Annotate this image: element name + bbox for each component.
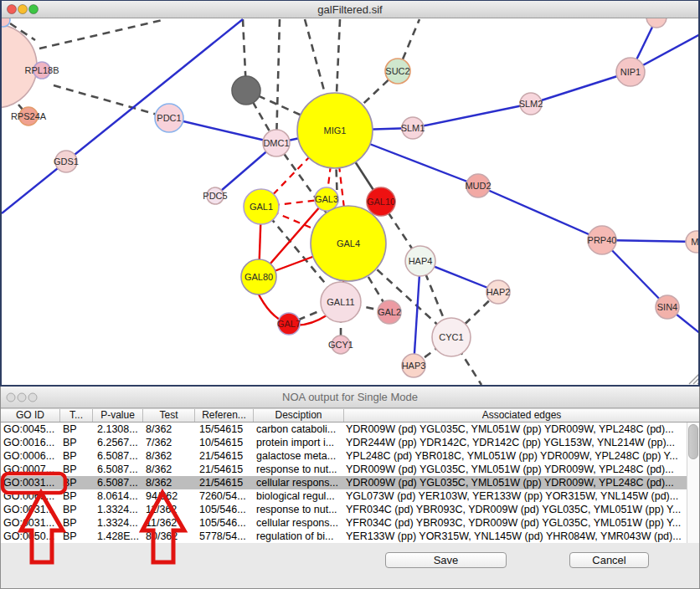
- zoom-button-icon[interactable]: [28, 393, 37, 402]
- table-row-selected[interactable]: GO:0031...BP6.5087...8/36221/54615cellul…: [1, 476, 699, 489]
- node-label: HAP3: [402, 361, 426, 371]
- cell-p-value: 6.5087...: [93, 449, 143, 463]
- edge[interactable]: [478, 186, 602, 240]
- cell-reference: 21/54615: [195, 476, 254, 489]
- cell-p-value: 8.0614...: [93, 489, 143, 503]
- table-row[interactable]: GO:0031...BP1.3324...11/362105/546...res…: [1, 503, 699, 516]
- column-header-type[interactable]: T...: [60, 409, 93, 422]
- cell-desciption: galactose meta...: [254, 449, 344, 463]
- node-label: NIP1: [620, 67, 641, 77]
- button-panel: Save Cancel: [1, 543, 699, 588]
- cancel-button[interactable]: Cancel: [569, 552, 649, 568]
- table-row[interactable]: GO:0007...BP6.5087...8/36221/54615respon…: [1, 463, 699, 476]
- table-row[interactable]: GO:0050...BP1.428E...80/3625778/54...reg…: [1, 530, 699, 543]
- cell-go-id: GO:0031...: [1, 503, 60, 516]
- node-label: GAL80: [244, 272, 273, 282]
- column-header-test[interactable]: Test: [143, 409, 195, 422]
- cell-test: 94/362: [143, 489, 195, 503]
- close-button-icon[interactable]: [7, 393, 15, 402]
- cell-desciption: protein import i...: [254, 436, 344, 449]
- node-label: MUD2: [465, 181, 491, 191]
- cell-desciption: regulation of bi...: [254, 530, 344, 543]
- cell-associated-edges: YFR034C (pd) YBR093C, YDR009W (pd) YGL03…: [344, 503, 699, 516]
- noa-window-title: NOA output for Single Mode: [282, 391, 418, 403]
- cell-desciption: response to nut...: [254, 463, 344, 476]
- cell-p-value: 1.3324...: [93, 503, 143, 516]
- node-label: SIN4: [657, 302, 677, 312]
- node-label: CYC1: [439, 332, 463, 342]
- cell-type: BP: [60, 503, 93, 516]
- edge[interactable]: [276, 19, 280, 143]
- close-button-icon[interactable]: [8, 5, 17, 14]
- node-unlabeled-dark[interactable]: [232, 76, 260, 105]
- cell-associated-edges: YDR244W (pp) YDR142C, YDR142C (pp) YGL15…: [344, 436, 699, 449]
- inactive-traffic-lights: [4, 392, 44, 405]
- node-label: RPS24A: [11, 111, 47, 121]
- cell-test: 80/362: [143, 530, 195, 543]
- cell-type: BP: [60, 530, 93, 543]
- cell-p-value: 6.5087...: [93, 476, 143, 489]
- cell-reference: 21/54615: [195, 449, 254, 463]
- edge[interactable]: [531, 72, 631, 104]
- column-header-reference[interactable]: Referen...: [195, 409, 254, 422]
- cell-p-value: 1.3324...: [93, 516, 143, 530]
- cell-desciption: biological regul...: [254, 489, 344, 503]
- node-label: GAL2: [378, 307, 401, 317]
- table-row[interactable]: GO:0065...BP8.0614...94/3627260/54...bio…: [1, 489, 699, 503]
- cell-test: 7/362: [143, 436, 195, 449]
- table-row[interactable]: GO:0045...BP2.1308...8/36215/54615carbon…: [1, 423, 699, 436]
- minimize-button-icon[interactable]: [18, 5, 28, 14]
- network-canvas[interactable]: RPL18B RPS24A GDS1 PDC1 DMC1 MIG1 SUC2 S…: [2, 18, 698, 385]
- cell-test: 11/362: [143, 503, 195, 516]
- noa-titlebar[interactable]: NOA output for Single Mode: [1, 387, 699, 408]
- save-button[interactable]: Save: [385, 552, 507, 568]
- resize-grip-icon[interactable]: [689, 374, 698, 384]
- cell-go-id: GO:0031...: [1, 476, 60, 489]
- network-titlebar[interactable]: galFiltered.sif: [2, 1, 698, 18]
- table-row[interactable]: GO:0006...BP6.5087...8/36221/54615galact…: [1, 449, 699, 463]
- column-header-associated-edges[interactable]: Associated edges: [344, 409, 699, 422]
- network-window: galFiltered.sif: [0, 0, 700, 387]
- node-label: GAL7: [277, 319, 301, 329]
- cell-p-value: 6.5087...: [93, 463, 143, 476]
- cell-reference: 10/54615: [195, 436, 254, 449]
- edge[interactable]: [54, 85, 169, 118]
- cell-go-id: GO:0007...: [1, 463, 60, 476]
- cell-go-id: GO:0045...: [1, 423, 60, 436]
- cell-associated-edges: YDR009W (pd) YGL035C, YML051W (pp) YDR00…: [344, 423, 699, 436]
- cell-p-value: 1.428E...: [93, 530, 143, 543]
- node-label: SLM2: [519, 99, 543, 109]
- node-label: HAP4: [409, 256, 433, 266]
- minimize-button-icon[interactable]: [18, 393, 26, 402]
- node-label: SLM1: [401, 123, 425, 133]
- node-label: GDS1: [54, 156, 79, 166]
- cell-desciption: response to nut...: [254, 503, 344, 516]
- node-unlabeled-corner[interactable]: [2, 18, 10, 27]
- column-header-desciption[interactable]: Desciption: [254, 409, 344, 422]
- edge[interactable]: [169, 118, 276, 143]
- cell-test: 8/362: [143, 449, 195, 463]
- cell-p-value: 6.2567...: [93, 436, 143, 449]
- column-header-p-value[interactable]: P-value: [93, 409, 143, 422]
- cell-type: BP: [60, 449, 93, 463]
- cell-test: 8/362: [143, 463, 195, 476]
- node-label: PDC1: [157, 113, 181, 123]
- column-header-go-id[interactable]: GO ID: [1, 409, 60, 422]
- table-header: GO ID T... P-value Test Referen... Desci…: [1, 408, 699, 423]
- cell-associated-edges: YER133W (pp) YOR315W, YNL145W (pd) YHR08…: [344, 530, 699, 543]
- cell-associated-edges: YDR009W (pd) YGL035C, YML051W (pp) YDR00…: [344, 476, 699, 489]
- cell-go-id: GO:0065...: [1, 489, 60, 503]
- cell-go-id: GO:0006...: [1, 449, 60, 463]
- node-label: GAL4: [337, 238, 360, 248]
- cell-type: BP: [60, 463, 93, 476]
- node-label: GCY1: [328, 340, 353, 350]
- vertical-scrollbar[interactable]: [687, 423, 699, 543]
- zoom-button-icon[interactable]: [29, 5, 39, 14]
- scrollbar-thumb[interactable]: [688, 424, 698, 459]
- cell-reference: 7260/54...: [195, 489, 254, 503]
- edge[interactable]: [413, 104, 531, 128]
- table-row[interactable]: GO:0016...BP6.2567...7/36210/54615protei…: [1, 436, 699, 449]
- edge[interactable]: [39, 19, 166, 49]
- node-unlabeled-top[interactable]: [646, 18, 667, 28]
- table-row[interactable]: GO:0031...BP1.3324...11/362105/546...cel…: [1, 516, 699, 530]
